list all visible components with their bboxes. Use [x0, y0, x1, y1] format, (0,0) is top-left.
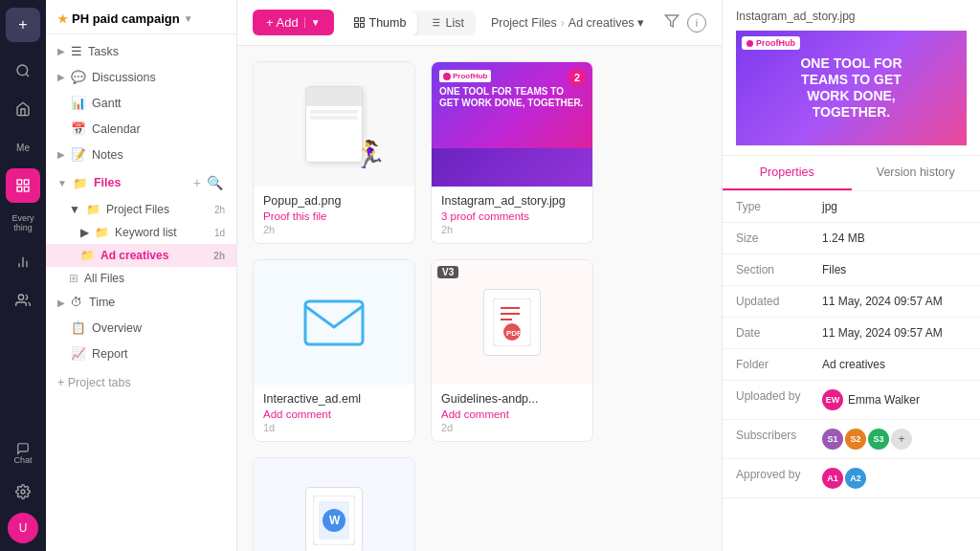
file-card-newspaper[interactable]: W Newspaper_ad_quarter... Add comment 1w	[253, 457, 415, 551]
add-dropdown-arrow[interactable]: ▼	[304, 17, 321, 28]
right-panel-properties: Type jpg Size 1.24 MB Section Files Upda…	[723, 191, 980, 498]
prop-approved-value: A1 A2	[822, 468, 866, 489]
sidebar-item-calendar[interactable]: ▶ 📅 Calendar	[46, 116, 236, 142]
keyword-badge: 1d	[214, 228, 225, 238]
filter-button[interactable]	[664, 13, 679, 32]
sidebar-item-overview[interactable]: ▶ 📋 Overview	[46, 315, 236, 341]
chevron-down-icon: ▼	[184, 13, 193, 24]
svg-point-10	[21, 490, 25, 494]
discussions-icon: 💬	[71, 70, 86, 84]
project-name: PH paid campaign	[72, 11, 180, 26]
info-button[interactable]: i	[687, 13, 706, 33]
projects-button[interactable]	[6, 168, 40, 203]
search-button[interactable]	[6, 54, 40, 88]
sidebar-item-notes[interactable]: ▶ 📝 Notes	[46, 142, 236, 167]
overview-icon: 📋	[71, 320, 86, 335]
notes-label: Notes	[92, 148, 123, 162]
file-card-guidelines[interactable]: V3 PDF Guidelines-andp... Add comment 2d	[431, 259, 593, 442]
sidebar-item-discussions[interactable]: ▶ 💬 Discussions	[46, 64, 236, 90]
sidebar-item-tasks[interactable]: ▶ ☰ Tasks	[46, 38, 236, 64]
folder-icon: 📁	[95, 226, 109, 239]
add-label: + Add	[266, 15, 299, 30]
tab-version-history[interactable]: Version history	[852, 156, 981, 190]
breadcrumb-root[interactable]: Project Files	[491, 16, 557, 30]
guidelines-action[interactable]: Add comment	[441, 408, 583, 420]
me-button[interactable]: Me	[6, 130, 40, 165]
file-card-instagram[interactable]: ProofHub ONE TOOL FOR TEAMS TO GET WORK …	[431, 61, 593, 244]
thumb-view-button[interactable]: Thumb	[342, 11, 418, 35]
uploader-avatar: EW	[822, 389, 843, 410]
all-files-icon: ⊞	[69, 272, 78, 285]
svg-rect-3	[24, 180, 29, 185]
interactive-action[interactable]: Add comment	[263, 408, 405, 420]
svg-rect-5	[17, 187, 22, 191]
guidelines-timestamp: 2d	[441, 422, 583, 433]
prop-section-label: Section	[736, 263, 822, 276]
chat-icon	[16, 442, 30, 455]
prop-date-value: 11 May, 2024 09:57 AM	[822, 326, 943, 340]
settings-button[interactable]	[6, 474, 40, 509]
subscriber-avatar-1: S1	[822, 429, 843, 450]
svg-rect-22	[305, 301, 363, 344]
svg-line-1	[26, 74, 29, 77]
folder-pink-icon: 📁	[80, 249, 95, 262]
files-icon: 📁	[73, 176, 88, 190]
project-title[interactable]: ★ PH paid campaign ▼	[57, 11, 193, 26]
file-thumb-instagram: ProofHub ONE TOOL FOR TEAMS TO GET WORK …	[432, 62, 592, 187]
add-file-icon[interactable]: +	[191, 173, 203, 192]
sidebar-item-ad-creatives[interactable]: 📁 Ad creatives 2h	[46, 244, 236, 267]
breadcrumb: Project Files › Ad creatives ▾	[491, 15, 644, 30]
everything-button[interactable]: Everything	[6, 207, 40, 241]
sidebar-item-project-tabs[interactable]: + Project tabs	[46, 370, 236, 395]
right-panel-logo: ProofHub	[742, 36, 800, 50]
instagram-action[interactable]: 3 proof comments	[441, 210, 583, 222]
list-view-button[interactable]: List	[417, 11, 475, 35]
chat-button[interactable]: Chat	[6, 436, 40, 471]
pdf-thumb: PDF	[483, 289, 541, 356]
sidebar-item-gantt[interactable]: ▶ 📊 Gantt	[46, 90, 236, 116]
sidebar-item-all-files[interactable]: ⊞ All Files	[46, 267, 236, 290]
breadcrumb-current-label: Ad creatives	[568, 16, 635, 30]
file-info-instagram: Instagram_ad_story.jpg 3 proof comments …	[432, 187, 592, 243]
people-icon	[15, 293, 31, 308]
word-thumb: W	[305, 487, 363, 551]
svg-text:W: W	[329, 514, 341, 527]
project-files-label: Project Files	[106, 203, 169, 216]
chat-label: Chat	[13, 455, 32, 465]
add-button[interactable]: + Add ▼	[253, 10, 334, 35]
prop-approved-label: Approved by	[736, 468, 822, 481]
main-content: + Add ▼ Thumb List Project Files › Ad cr…	[237, 0, 722, 551]
time-icon: ⏱	[71, 296, 83, 309]
user-avatar[interactable]: U	[8, 513, 38, 543]
time-label: Time	[89, 296, 115, 309]
email-icon	[301, 297, 368, 349]
sidebar-item-keyword-list[interactable]: ▶ 📁 Keyword list 1d	[46, 221, 236, 244]
list-label: List	[445, 16, 463, 30]
file-card-popup[interactable]: 🏃‍♀️ Popup_ad.png Proof this file 2h	[253, 61, 415, 244]
view-toggle: Thumb List	[342, 11, 476, 35]
add-subscriber-button[interactable]: +	[891, 429, 912, 450]
people-button[interactable]	[6, 283, 40, 318]
popup-action[interactable]: Proof this file	[263, 210, 405, 222]
email-thumb	[296, 294, 372, 351]
sidebar-item-project-files[interactable]: ▼ 📁 Project Files 2h	[46, 198, 236, 221]
proofhub-logo: ProofHub	[439, 70, 491, 82]
sidebar-item-report[interactable]: ▶ 📈 Report	[46, 341, 236, 366]
breadcrumb-current[interactable]: Ad creatives ▾	[568, 15, 644, 30]
tab-properties[interactable]: Properties	[723, 156, 852, 190]
prop-updated-value: 11 May, 2024 09:57 AM	[822, 295, 943, 308]
right-panel-header: Instagram_ad_story.jpg ProofHub ONE TOOL…	[723, 0, 980, 156]
right-panel-thumbnail: ProofHub ONE TOOL FORTEAMS TO GETWORK DO…	[736, 31, 967, 145]
reports-button[interactable]	[6, 245, 40, 279]
home-button[interactable]	[6, 92, 40, 126]
sidebar-item-files[interactable]: ▼ 📁 Files + 🔍	[46, 167, 236, 198]
file-card-interactive[interactable]: Interactive_ad.eml Add comment 1d	[253, 259, 415, 442]
search-files-icon[interactable]: 🔍	[205, 173, 225, 192]
sidebar-item-time[interactable]: ▶ ⏱ Time	[46, 290, 236, 315]
svg-rect-13	[360, 24, 364, 28]
add-new-button[interactable]: +	[6, 8, 40, 42]
word-icon: W	[313, 496, 355, 545]
right-panel-headline: ONE TOOL FORTEAMS TO GETWORK DONE,TOGETH…	[800, 55, 902, 120]
interactive-timestamp: 1d	[263, 422, 405, 433]
right-panel-tabs: Properties Version history	[723, 156, 980, 191]
